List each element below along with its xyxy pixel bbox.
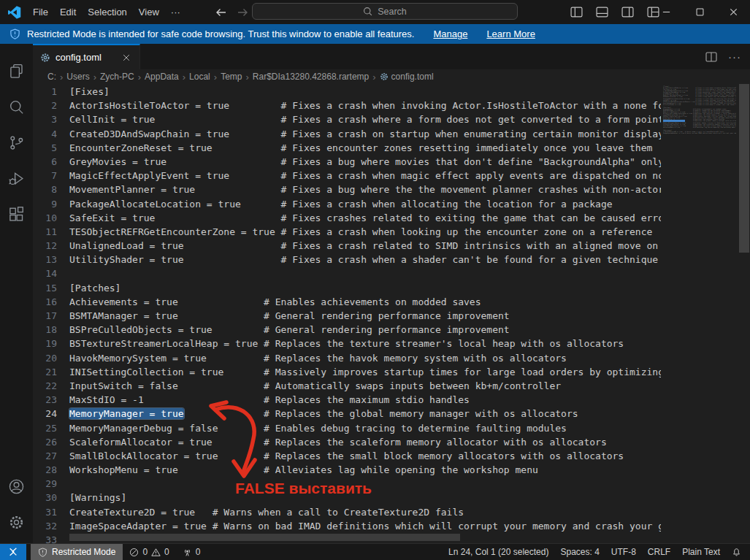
extensions-icon[interactable] — [0, 196, 33, 232]
code-line-18[interactable]: 18BSPreCulledObjects = true # General re… — [33, 323, 661, 337]
more-actions-icon[interactable]: ··· — [728, 50, 741, 63]
line-number[interactable]: 21 — [33, 365, 57, 379]
code-line-31[interactable]: 31CreateTexture2D = true # Warns when a … — [33, 505, 661, 519]
line-number[interactable]: 12 — [33, 239, 57, 253]
forward-arrow-icon[interactable] — [237, 7, 248, 18]
code-line-29[interactable]: 29 — [33, 477, 661, 491]
notifications-bell-icon[interactable] — [732, 548, 741, 557]
code-line-19[interactable]: 19BSTextureStreamerLocalHeap = true # Re… — [33, 337, 661, 350]
line-number[interactable]: 29 — [33, 477, 57, 491]
line-number[interactable]: 27 — [33, 449, 57, 463]
code-line-4[interactable]: 4CreateD3DAndSwapChain = true # Fixes a … — [33, 127, 661, 141]
line-number[interactable]: 20 — [33, 351, 57, 365]
code-line-32[interactable]: 32ImageSpaceAdapter = true # Warns on ba… — [33, 519, 661, 533]
line-number[interactable]: 6 — [33, 155, 57, 169]
line-number[interactable]: 22 — [33, 379, 57, 393]
run-debug-icon[interactable] — [0, 161, 33, 196]
learn-more-link[interactable]: Learn More — [486, 28, 535, 39]
close-window-button[interactable] — [716, 0, 750, 24]
toggle-secondary-sidebar-icon[interactable] — [621, 7, 634, 18]
split-editor-icon[interactable] — [705, 52, 717, 62]
line-number[interactable]: 2 — [33, 99, 57, 112]
vertical-scrollbar[interactable] — [739, 84, 749, 253]
command-center-search[interactable]: Search — [252, 3, 518, 20]
search-icon[interactable] — [0, 89, 33, 125]
cursor-position[interactable]: Ln 24, Col 1 (20 selected) — [448, 547, 548, 557]
manage-link[interactable]: Manage — [433, 28, 467, 39]
encoding[interactable]: UTF-8 — [611, 547, 636, 557]
code-line-30[interactable]: 30[Warnings] — [33, 491, 661, 505]
line-number[interactable]: 7 — [33, 169, 57, 183]
breadcrumb-item[interactable]: C: — [47, 72, 56, 82]
explorer-icon[interactable] — [0, 53, 33, 89]
line-number[interactable]: 14 — [33, 266, 57, 280]
code-line-15[interactable]: 15[Patches] — [33, 281, 661, 295]
code-line-7[interactable]: 7MagicEffectApplyEvent = true # Fixes a … — [33, 169, 661, 183]
code-line-22[interactable]: 22InputSwitch = false # Automatically sw… — [33, 379, 661, 393]
problems-status[interactable]: 0 0 — [123, 547, 175, 557]
indentation[interactable]: Spaces: 4 — [560, 547, 599, 557]
breadcrumb-item[interactable]: Rar$DIa13280.42868.rartemp — [253, 72, 369, 82]
line-number[interactable]: 1 — [33, 85, 57, 99]
code-line-27[interactable]: 27SmallBlockAllocator = true # Replaces … — [33, 449, 661, 463]
code-line-8[interactable]: 8MovementPlanner = true # Fixes a bug wh… — [33, 183, 661, 196]
toggle-panel-icon[interactable] — [596, 7, 608, 18]
code-line-14[interactable]: 14 — [33, 266, 661, 280]
line-number[interactable]: 11 — [33, 225, 57, 239]
code-line-16[interactable]: 16Achievements = true # Enables achievem… — [33, 295, 661, 309]
banner-close-button[interactable] — [721, 24, 743, 44]
line-number[interactable]: 33 — [33, 533, 57, 543]
tab-close-button[interactable] — [120, 52, 132, 64]
ports-status[interactable]: 0 — [176, 547, 207, 557]
code-line-3[interactable]: 3CellInit = true # Fixes a crash where a… — [33, 112, 661, 126]
line-number[interactable]: 16 — [33, 295, 57, 309]
editor[interactable]: 1[Fixes]2ActorIsHostileToActor = true # … — [33, 84, 750, 543]
line-number[interactable]: 19 — [33, 337, 57, 350]
line-number[interactable]: 26 — [33, 435, 57, 449]
source-control-icon[interactable] — [0, 125, 33, 161]
code-line-20[interactable]: 20HavokMemorySystem = true # Replaces th… — [33, 351, 661, 365]
remote-indicator[interactable] — [0, 544, 26, 560]
breadcrumb-item[interactable]: Local — [189, 72, 210, 82]
code-line-21[interactable]: 21INISettingCollection = true # Massivel… — [33, 365, 661, 379]
code-line-2[interactable]: 2ActorIsHostileToActor = true # Fixes a … — [33, 99, 661, 112]
line-number[interactable]: 5 — [33, 141, 57, 155]
line-number[interactable]: 8 — [33, 183, 57, 196]
settings-icon[interactable] — [0, 505, 33, 540]
line-number[interactable]: 4 — [33, 127, 57, 141]
minimize-button[interactable] — [649, 0, 683, 24]
line-number[interactable]: 28 — [33, 463, 57, 477]
line-number[interactable]: 23 — [33, 393, 57, 407]
language-mode[interactable]: Plain Text — [682, 547, 720, 557]
code-line-17[interactable]: 17BSMTAManager = true # General renderin… — [33, 309, 661, 323]
breadcrumb-item[interactable]: AppData — [145, 72, 179, 82]
minimap[interactable]: [Fixes] ActorIsHostileToActor = true # F… — [663, 85, 736, 253]
line-number[interactable]: 9 — [33, 197, 57, 211]
breadcrumb-item[interactable]: Temp — [221, 72, 242, 82]
breadcrumb-item[interactable]: config.toml — [380, 72, 434, 82]
menu-item-edit[interactable]: Edit — [54, 4, 82, 20]
code-line-24[interactable]: 24MemoryManager = true # Replaces the gl… — [33, 407, 661, 421]
restricted-mode-status[interactable]: Restricted Mode — [31, 544, 123, 560]
line-number[interactable]: 17 — [33, 309, 57, 323]
line-number[interactable]: 30 — [33, 491, 57, 505]
code-line-10[interactable]: 10SafeExit = true # Fixes crashes relate… — [33, 211, 661, 225]
breadcrumb-item[interactable]: Users — [66, 72, 89, 82]
line-number[interactable]: 15 — [33, 281, 57, 295]
code-line-9[interactable]: 9PackageAllocateLocation = true # Fixes … — [33, 197, 661, 211]
line-number[interactable]: 25 — [33, 421, 57, 435]
maximize-button[interactable] — [683, 0, 716, 24]
line-number[interactable]: 31 — [33, 505, 57, 519]
breadcrumb-item[interactable]: Zych-PC — [100, 72, 134, 82]
code-line-11[interactable]: 11TESObjectREFRGetEncounterZone = true #… — [33, 225, 661, 239]
code-line-6[interactable]: 6GreyMovies = true # Fixes a bug where m… — [33, 155, 661, 169]
menu-item-file[interactable]: File — [27, 4, 54, 20]
code-line-13[interactable]: 13UtilityShader = true # Fixes a crash w… — [33, 253, 661, 266]
code-line-1[interactable]: 1[Fixes] — [33, 85, 661, 99]
code-line-23[interactable]: 23MaxStdIO = -1 # Replaces the maximum s… — [33, 393, 661, 407]
account-icon[interactable] — [0, 469, 33, 505]
back-arrow-icon[interactable] — [215, 7, 227, 18]
code-line-25[interactable]: 25MemoryManagerDebug = false # Enables d… — [33, 421, 661, 435]
code-line-28[interactable]: 28WorkshopMenu = true # Alleviates lag w… — [33, 463, 661, 477]
horizontal-scrollbar[interactable] — [69, 534, 460, 541]
